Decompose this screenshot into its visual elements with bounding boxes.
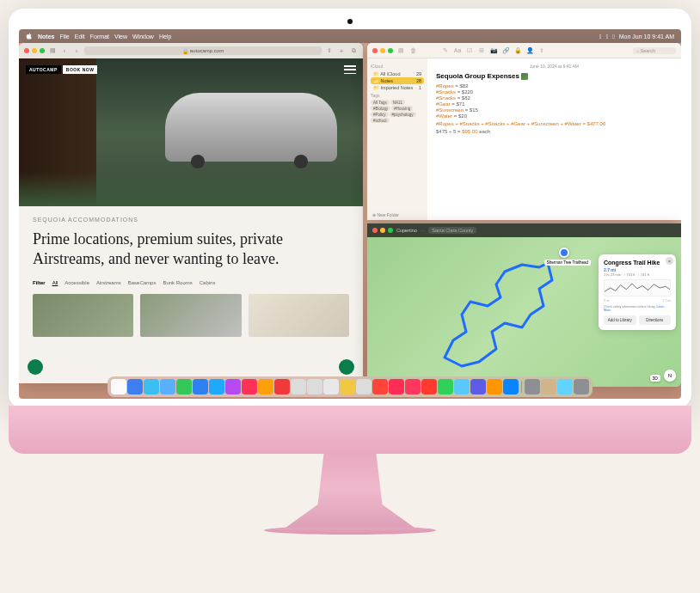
dock-app-icon[interactable] — [525, 379, 540, 394]
dock-app-icon[interactable] — [323, 379, 339, 394]
control-center-icon[interactable]: 􀜊 — [612, 34, 615, 40]
tag-chip[interactable]: All Tags — [371, 100, 390, 105]
dock-app-icon[interactable] — [258, 379, 273, 394]
filter-cabins[interactable]: Cabins — [200, 280, 216, 285]
share-icon[interactable]: 👤 — [525, 46, 534, 55]
maps-location-label[interactable]: Cupertino — [396, 228, 417, 233]
site-logo[interactable]: AUTOCAMP BOOK NOW — [26, 65, 97, 74]
minimize-button[interactable] — [32, 48, 37, 53]
view-icon[interactable]: ▤ — [396, 46, 405, 55]
add-to-library-button[interactable]: Add to Library — [604, 315, 636, 325]
share-icon[interactable]: ⇪ — [325, 46, 334, 55]
maps-search[interactable]: Santa Clara County — [428, 227, 476, 234]
listing-card[interactable] — [249, 294, 349, 337]
dock-app-icon[interactable] — [144, 379, 159, 394]
dock-app-icon[interactable] — [557, 379, 573, 394]
dock-app-icon[interactable] — [209, 379, 224, 394]
media-icon[interactable]: 📷 — [489, 46, 498, 55]
dock-app-icon[interactable] — [127, 379, 143, 394]
dock-app-icon[interactable] — [307, 379, 322, 394]
dock-app-icon[interactable] — [389, 379, 404, 394]
wifi-icon[interactable]: 􀙇 — [599, 34, 602, 40]
book-now-button[interactable]: BOOK NOW — [63, 65, 98, 74]
menu-window[interactable]: Window — [132, 34, 154, 40]
dock-app-icon[interactable] — [438, 379, 453, 394]
menu-format[interactable]: Format — [90, 34, 109, 40]
listing-card[interactable] — [33, 294, 133, 337]
close-icon[interactable]: × — [666, 257, 673, 265]
link-icon[interactable]: 🔗 — [501, 46, 510, 55]
map-3d-toggle[interactable]: 3D — [650, 375, 660, 382]
tabs-icon[interactable]: ⧉ — [349, 46, 358, 55]
filter-basecamps[interactable]: BaseCamps — [128, 280, 157, 285]
filter-accessible[interactable]: Accessible — [64, 280, 89, 285]
address-bar[interactable]: 🔒 autocamp.com — [84, 46, 322, 55]
tag-chip[interactable]: #Policy — [371, 112, 389, 117]
close-button[interactable] — [372, 228, 378, 233]
app-menu-name[interactable]: Notes — [38, 34, 54, 40]
dock-app-icon[interactable] — [160, 379, 175, 394]
close-button[interactable] — [24, 48, 29, 53]
map-canvas[interactable]: Sherman Tree Trailhead × Congress Trail … — [367, 237, 681, 387]
tag-chip[interactable]: #Biology — [371, 106, 390, 111]
sidebar-icon[interactable]: ▤ — [48, 46, 57, 55]
compass-icon[interactable]: N — [664, 370, 676, 382]
new-tab-icon[interactable]: + — [337, 46, 346, 55]
accessibility-fab-icon[interactable] — [339, 359, 354, 375]
dock-app-icon[interactable] — [372, 379, 388, 394]
menu-edit[interactable]: Edit — [75, 34, 85, 40]
dock-app-icon[interactable] — [291, 379, 306, 394]
pin-label[interactable]: Sherman Tree Trailhead — [544, 260, 591, 266]
chat-fab-icon[interactable] — [28, 359, 43, 375]
tag-chip[interactable]: NA11 — [390, 100, 405, 105]
dock-app-icon[interactable] — [340, 379, 355, 394]
dock-app-icon[interactable] — [225, 379, 241, 394]
format-icon[interactable]: Aa — [453, 46, 462, 55]
filter-all[interactable]: All — [52, 280, 58, 285]
lock-icon[interactable]: 🔒 — [513, 46, 522, 55]
delete-icon[interactable]: 🗑 — [408, 46, 417, 55]
compose-icon[interactable]: ✎ — [441, 46, 450, 55]
zoom-button[interactable] — [388, 48, 393, 53]
sidebar-item-imported[interactable]: 📁 Imported Notes1 — [371, 84, 424, 91]
zoom-button[interactable] — [388, 228, 393, 233]
dock-app-icon[interactable] — [421, 379, 437, 394]
dock-app-icon[interactable] — [242, 379, 257, 394]
tag-chip[interactable]: #psychology — [390, 112, 416, 117]
menu-view[interactable]: View — [114, 34, 127, 40]
send-icon[interactable]: ⇪ — [537, 46, 546, 55]
dock-app-icon[interactable] — [176, 379, 192, 394]
dock-app-icon[interactable] — [111, 379, 126, 394]
map-pin-icon[interactable] — [559, 248, 569, 258]
sidebar-item-all-icloud[interactable]: 📁 All iCloud29 — [371, 70, 424, 77]
directions-button[interactable]: Directions — [639, 315, 672, 325]
hamburger-icon[interactable] — [344, 65, 356, 74]
dock-app-icon[interactable] — [193, 379, 208, 394]
note-editor[interactable]: June 10, 2024 at 9:41 AM Sequoia Group E… — [427, 58, 681, 220]
dock-app-icon[interactable] — [405, 379, 421, 394]
notes-search[interactable]: ⌕ Search — [633, 47, 676, 54]
dock-app-icon[interactable] — [574, 379, 589, 394]
apple-menu-icon[interactable] — [26, 33, 33, 40]
minimize-button[interactable] — [380, 228, 385, 233]
dock-app-icon[interactable] — [541, 379, 556, 394]
filter-airstreams[interactable]: Airstreams — [96, 280, 121, 285]
clock[interactable]: Mon Jun 10 9:41 AM — [619, 34, 674, 40]
new-folder-button[interactable]: ⊕ New Folder — [372, 212, 399, 217]
back-icon[interactable]: ‹ — [60, 46, 69, 55]
dock-app-icon[interactable] — [274, 379, 290, 394]
zoom-button[interactable] — [40, 48, 45, 53]
minimize-button[interactable] — [380, 48, 385, 53]
tag-chip[interactable]: #Housing — [391, 106, 413, 111]
filter-bunkrooms[interactable]: Bunk Rooms — [163, 280, 192, 285]
sidebar-item-notes[interactable]: 📁 Notes28 — [371, 77, 424, 84]
battery-icon[interactable]: 􀛨 — [606, 34, 609, 40]
close-button[interactable] — [372, 48, 378, 53]
dock-app-icon[interactable] — [356, 379, 371, 394]
dock-app-icon[interactable] — [454, 379, 470, 394]
tag-chip[interactable]: #school — [371, 118, 390, 123]
listing-card[interactable] — [140, 294, 241, 337]
dock-app-icon[interactable] — [487, 379, 502, 394]
dock-app-icon[interactable] — [503, 379, 519, 394]
menu-help[interactable]: Help — [159, 34, 171, 40]
